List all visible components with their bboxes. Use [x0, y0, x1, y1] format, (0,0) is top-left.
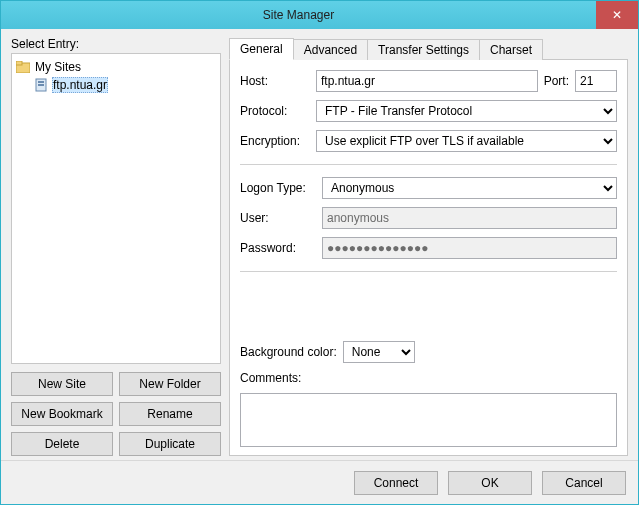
- window-title: Site Manager: [1, 1, 596, 29]
- select-entry-label: Select Entry:: [11, 37, 221, 51]
- logon-row: Logon Type: Anonymous: [240, 177, 617, 199]
- svg-rect-3: [38, 81, 44, 83]
- new-bookmark-button[interactable]: New Bookmark: [11, 402, 113, 426]
- logon-type-select[interactable]: Anonymous: [322, 177, 617, 199]
- right-column: General Advanced Transfer Settings Chars…: [229, 37, 628, 456]
- tab-transfer-settings[interactable]: Transfer Settings: [367, 39, 480, 60]
- tree-root-label: My Sites: [34, 60, 82, 74]
- password-label: Password:: [240, 241, 316, 255]
- left-column: Select Entry: My Sites ftp.ntua.gr New S…: [11, 37, 221, 456]
- background-color-select[interactable]: None: [343, 341, 415, 363]
- tree-site-label: ftp.ntua.gr: [52, 77, 108, 93]
- comments-textarea[interactable]: [240, 393, 617, 448]
- bgcolor-row: Background color: None: [240, 341, 617, 363]
- tab-charset[interactable]: Charset: [479, 39, 543, 60]
- tree-root-my-sites[interactable]: My Sites: [14, 58, 218, 76]
- encryption-select[interactable]: Use explicit FTP over TLS if available: [316, 130, 617, 152]
- delete-button[interactable]: Delete: [11, 432, 113, 456]
- protocol-label: Protocol:: [240, 104, 310, 118]
- dialog-body: Select Entry: My Sites ftp.ntua.gr New S…: [1, 29, 638, 460]
- site-manager-window: Site Manager ✕ Select Entry: My Sites: [0, 0, 639, 505]
- site-action-buttons: New Site New Folder New Bookmark Rename …: [11, 372, 221, 456]
- logon-type-label: Logon Type:: [240, 181, 316, 195]
- background-color-label: Background color:: [240, 345, 337, 359]
- protocol-row: Protocol: FTP - File Transfer Protocol: [240, 100, 617, 122]
- general-panel: Host: Port: Protocol: FTP - File Transfe…: [229, 59, 628, 456]
- separator-1: [240, 164, 617, 165]
- password-input: [322, 237, 617, 259]
- new-folder-button[interactable]: New Folder: [119, 372, 221, 396]
- ok-button[interactable]: OK: [448, 471, 532, 495]
- user-input: [322, 207, 617, 229]
- user-row: User:: [240, 207, 617, 229]
- close-icon: ✕: [612, 8, 622, 22]
- encryption-label: Encryption:: [240, 134, 310, 148]
- protocol-select[interactable]: FTP - File Transfer Protocol: [316, 100, 617, 122]
- svg-rect-4: [38, 84, 44, 86]
- password-row: Password:: [240, 237, 617, 259]
- tree-site-ftp-ntua[interactable]: ftp.ntua.gr: [14, 76, 218, 94]
- host-row: Host: Port:: [240, 70, 617, 92]
- duplicate-button[interactable]: Duplicate: [119, 432, 221, 456]
- port-input[interactable]: [575, 70, 617, 92]
- tab-bar: General Advanced Transfer Settings Chars…: [229, 37, 628, 59]
- new-site-button[interactable]: New Site: [11, 372, 113, 396]
- tab-general[interactable]: General: [229, 38, 294, 60]
- host-input[interactable]: [316, 70, 538, 92]
- separator-2: [240, 271, 617, 272]
- site-tree[interactable]: My Sites ftp.ntua.gr: [11, 53, 221, 364]
- host-label: Host:: [240, 74, 310, 88]
- folder-icon: [16, 61, 30, 73]
- server-icon: [34, 78, 48, 92]
- user-label: User:: [240, 211, 316, 225]
- dialog-footer: Connect OK Cancel: [1, 460, 638, 504]
- tab-advanced[interactable]: Advanced: [293, 39, 368, 60]
- rename-button[interactable]: Rename: [119, 402, 221, 426]
- comments-label: Comments:: [240, 371, 617, 385]
- titlebar: Site Manager ✕: [1, 1, 638, 29]
- cancel-button[interactable]: Cancel: [542, 471, 626, 495]
- connect-button[interactable]: Connect: [354, 471, 438, 495]
- encryption-row: Encryption: Use explicit FTP over TLS if…: [240, 130, 617, 152]
- close-button[interactable]: ✕: [596, 1, 638, 29]
- svg-rect-1: [16, 61, 22, 65]
- spacer: [240, 284, 617, 333]
- port-label: Port:: [544, 74, 569, 88]
